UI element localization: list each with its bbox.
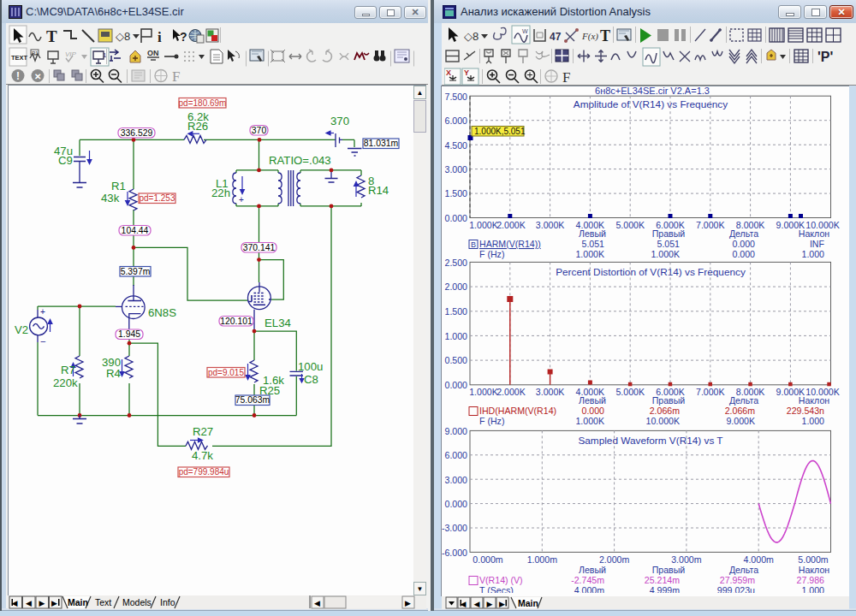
svg-text:+: + xyxy=(239,195,244,204)
svg-text:Main: Main xyxy=(518,598,538,608)
svg-text:B: B xyxy=(471,240,476,249)
svg-text:EL34: EL34 xyxy=(265,317,291,329)
svg-text:5.051: 5.051 xyxy=(581,239,604,249)
svg-text:370: 370 xyxy=(330,115,349,127)
svg-text:TEXT: TEXT xyxy=(11,54,28,62)
svg-text:1.000: 1.000 xyxy=(801,585,824,593)
svg-text:R1: R1 xyxy=(32,50,39,56)
svg-text:X: X xyxy=(446,68,451,77)
svg-text:Правый: Правый xyxy=(652,565,686,575)
svg-text:100u: 100u xyxy=(298,360,323,373)
svg-text:104.44: 104.44 xyxy=(122,226,149,235)
svg-text:2.000K: 2.000K xyxy=(496,387,526,397)
svg-text:T: T xyxy=(46,27,57,45)
svg-text:5.397m: 5.397m xyxy=(121,267,151,276)
svg-text:+: + xyxy=(40,307,45,317)
svg-text:▶: ▶ xyxy=(487,600,493,608)
svg-text:0.000: 0.000 xyxy=(732,249,755,259)
svg-text:Y: Y xyxy=(464,68,469,77)
svg-text:1.000: 1.000 xyxy=(801,416,824,426)
svg-text:Наклон: Наклон xyxy=(799,395,829,406)
svg-text:ON: ON xyxy=(147,49,159,57)
svg-text:pd=1.253: pd=1.253 xyxy=(140,193,175,203)
svg-text:pd=799.984u: pd=799.984u xyxy=(179,467,229,477)
svg-text:4.7k: 4.7k xyxy=(192,449,213,462)
svg-text:3.000K: 3.000K xyxy=(536,387,565,397)
svg-text:Percent Distortion of V(R14) v: Percent Distortion of V(R14) vs Frequenc… xyxy=(556,266,746,278)
svg-text:pd=9.015: pd=9.015 xyxy=(208,368,244,377)
svg-text:T: T xyxy=(600,27,610,44)
svg-text:5.000K: 5.000K xyxy=(615,220,645,230)
svg-text:T (Secs): T (Secs) xyxy=(479,585,514,593)
svg-text:6н8с+EL34SE.cir V2.A=1.3: 6н8с+EL34SE.cir V2.A=1.3 xyxy=(595,86,710,96)
svg-text:Левый: Левый xyxy=(579,228,606,239)
svg-text:336.529: 336.529 xyxy=(121,128,153,138)
svg-text:Правый: Правый xyxy=(652,228,686,239)
svg-text:120.101: 120.101 xyxy=(220,317,253,326)
svg-text:F (Hz): F (Hz) xyxy=(479,416,504,426)
svg-text:Правый: Правый xyxy=(652,395,686,406)
svg-text:F: F xyxy=(562,69,570,86)
svg-text:43k: 43k xyxy=(101,192,120,204)
svg-text:Text: Text xyxy=(95,597,111,607)
svg-text:2.000m: 2.000m xyxy=(599,554,630,565)
svg-text:-2.745m: -2.745m xyxy=(571,575,604,585)
svg-text:27.959m: 27.959m xyxy=(720,575,755,585)
svg-text:IHD(HARM(V(R14): IHD(HARM(V(R14) xyxy=(479,406,556,416)
svg-text:RATIO=.043: RATIO=.043 xyxy=(269,154,331,167)
svg-text:▶: ▶ xyxy=(39,599,45,607)
svg-text:4.999m: 4.999m xyxy=(650,585,681,593)
svg-text:F: F xyxy=(172,68,180,85)
svg-text:INF: INF xyxy=(810,239,825,249)
svg-text:229.543n: 229.543n xyxy=(787,406,824,416)
svg-text:3.000m: 3.000m xyxy=(671,554,702,565)
svg-text:1.000K,5.051: 1.000K,5.051 xyxy=(474,127,526,136)
svg-text:?: ? xyxy=(180,30,187,44)
svg-text:Дельта: Дельта xyxy=(729,565,758,575)
svg-text:✕: ✕ xyxy=(34,72,41,81)
svg-text:370.141: 370.141 xyxy=(243,243,276,252)
svg-text:1.000K: 1.000K xyxy=(469,387,498,397)
svg-text:Info: Info xyxy=(160,597,175,607)
svg-text:◀: ◀ xyxy=(26,599,32,607)
svg-text:Дельта: Дельта xyxy=(729,228,758,239)
svg-text:2.000K: 2.000K xyxy=(496,220,526,230)
svg-text:999.023u: 999.023u xyxy=(717,585,755,593)
svg-text:22h: 22h xyxy=(211,187,230,199)
svg-text:▶: ▶ xyxy=(51,599,57,607)
svg-text:7.500: 7.500 xyxy=(444,92,467,102)
svg-text:0.000: 0.000 xyxy=(581,406,604,416)
svg-text:1.500: 1.500 xyxy=(444,188,467,198)
svg-text:◀: ◀ xyxy=(474,600,480,608)
svg-text:▶: ▶ xyxy=(405,599,411,607)
svg-text:-6.000: -6.000 xyxy=(442,548,467,558)
svg-text:6.000: 6.000 xyxy=(444,450,467,460)
svg-text:-3.000: -3.000 xyxy=(442,523,467,533)
svg-text:4.000m: 4.000m xyxy=(744,554,775,565)
svg-text:3.000: 3.000 xyxy=(444,164,467,175)
svg-text:1.000: 1.000 xyxy=(801,249,824,259)
svg-text:R7: R7 xyxy=(61,364,75,376)
svg-text:10.000K: 10.000K xyxy=(646,416,680,426)
svg-text:F (Hz): F (Hz) xyxy=(479,249,504,259)
svg-text:F(x): F(x) xyxy=(581,31,598,42)
svg-text:0.000: 0.000 xyxy=(444,380,467,390)
svg-text:0.000: 0.000 xyxy=(444,213,467,223)
svg-text:R26: R26 xyxy=(187,120,208,133)
svg-text:1.000m: 1.000m xyxy=(527,554,558,565)
svg-text:R27: R27 xyxy=(193,425,213,438)
svg-text:R14: R14 xyxy=(368,184,389,197)
svg-text:220k: 220k xyxy=(53,376,78,389)
svg-text:6.000: 6.000 xyxy=(444,116,467,126)
svg-text:6N8S: 6N8S xyxy=(148,306,176,319)
svg-text:R25: R25 xyxy=(259,384,280,397)
svg-text:1.000K: 1.000K xyxy=(469,220,498,230)
svg-text:Наклон: Наклон xyxy=(799,565,829,575)
svg-text:5.051: 5.051 xyxy=(657,239,680,249)
svg-text:–: – xyxy=(41,336,46,346)
svg-text:4.000m: 4.000m xyxy=(574,585,605,593)
svg-text:Наклон: Наклон xyxy=(799,228,829,239)
svg-text:Models: Models xyxy=(122,597,152,607)
svg-text:pd=180.69m: pd=180.69m xyxy=(179,98,227,108)
svg-text:1.000K: 1.000K xyxy=(575,416,604,426)
